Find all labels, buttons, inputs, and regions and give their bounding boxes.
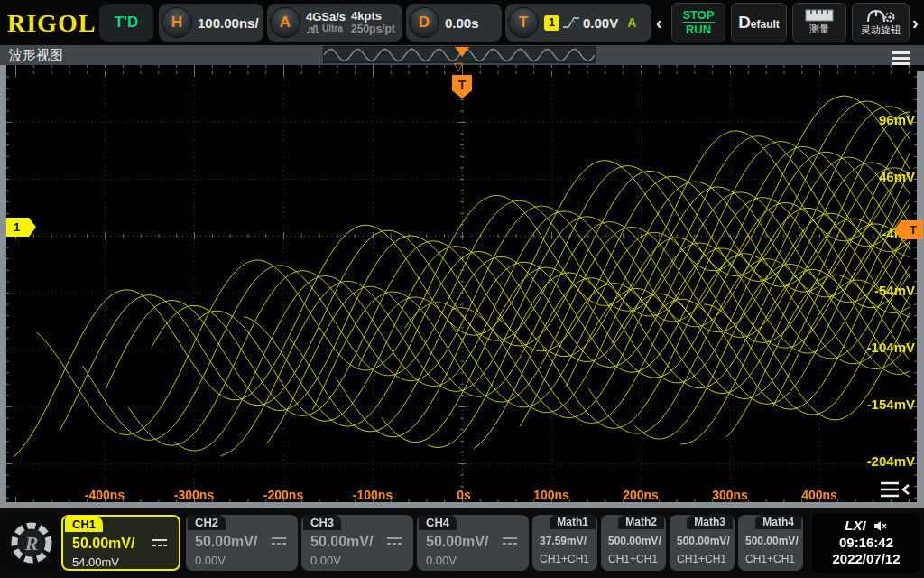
channel-card-ch1[interactable]: CH1 50.00mV/ 54.00mV <box>61 515 180 571</box>
memory-depth: 4kpts <box>351 10 395 23</box>
knob-button[interactable]: 灵动旋钮 <box>852 3 910 42</box>
rigol-gear-icon: R <box>8 519 55 566</box>
math-card-math2[interactable]: Math2 500.00mV/ CH1+CH1 <box>601 515 666 571</box>
ch1-scale: 50.00mV/ <box>72 536 134 552</box>
acquisition-pill[interactable]: A 4GSa/s Ultra 4kpts 250ps/pt <box>267 4 402 42</box>
dc-coupling-icon <box>502 536 518 545</box>
measure-button[interactable]: 测量 <box>792 3 846 42</box>
rising-edge-icon <box>561 14 581 31</box>
ch2-tab[interactable]: CH2 <box>188 515 226 530</box>
measure-label: 测量 <box>809 23 829 36</box>
stop-run-button[interactable]: STOP RUN <box>671 3 725 42</box>
waveform-display-area[interactable] <box>6 71 917 502</box>
t-label: 0s <box>432 488 495 502</box>
default-button[interactable]: Default <box>731 3 787 42</box>
rigol-logo: RIGOL <box>7 9 96 38</box>
math4-scale: 500.00mV/ <box>745 535 799 547</box>
dc-coupling-icon <box>271 536 287 545</box>
acquire-knob-icon[interactable]: A <box>270 7 300 38</box>
t-label: -400ns <box>73 488 136 502</box>
v-label: -54mV <box>843 283 915 298</box>
frame-left <box>0 65 6 508</box>
t-label: -300ns <box>162 488 226 502</box>
ch2-scale: 50.00mV/ <box>195 534 257 550</box>
math1-expression: CH1+CH1 <box>540 553 589 565</box>
horizontal-knob-icon[interactable]: H <box>162 7 192 38</box>
frame-right <box>917 71 924 508</box>
t-label: 400ns <box>788 488 851 502</box>
svg-text:R: R <box>24 532 39 555</box>
sound-muted-icon[interactable] <box>873 520 888 532</box>
horizontal-scale-value: 100.00ns/ <box>198 15 259 31</box>
trigger-pill[interactable]: T 1 0.00V A <box>505 4 651 42</box>
system-date: 2022/07/12 <box>812 551 920 566</box>
math1-scale: 37.59mV/ <box>540 535 587 547</box>
view-title: 波形视图 <box>9 47 63 64</box>
system-time: 09:16:42 <box>812 535 920 550</box>
ch1-tab[interactable]: CH1 <box>65 517 103 532</box>
t-label: 200ns <box>609 488 672 502</box>
math3-expression: CH1+CH1 <box>677 553 726 565</box>
ch4-scale: 50.00mV/ <box>426 534 488 550</box>
knob-gear-icon <box>865 8 896 23</box>
waveform-canvas <box>6 71 917 502</box>
math2-scale: 500.00mV/ <box>608 535 661 547</box>
acquire-mode: Ultra <box>322 23 343 34</box>
ch3-scale: 50.00mV/ <box>310 534 373 550</box>
v-label: -204mV <box>843 453 915 469</box>
horizontal-scale-pill[interactable]: H 100.00ns/ <box>159 4 263 42</box>
v-label: 96mV <box>843 112 915 127</box>
ch4-offset: 0.00V <box>426 554 457 567</box>
menu-hamburger-icon[interactable] <box>892 51 910 65</box>
math4-tab[interactable]: Math4 <box>755 515 801 529</box>
v-label: -104mV <box>843 340 915 355</box>
collapse-menu-icon[interactable] <box>879 480 911 499</box>
channel-card-ch3[interactable]: CH3 50.00mV/ 0.00V <box>301 515 413 571</box>
channel-card-ch2[interactable]: CH2 50.00mV/ 0.00V <box>186 515 298 571</box>
delay-pill[interactable]: D 0.00s <box>406 4 502 42</box>
ch3-offset: 0.00V <box>310 554 341 567</box>
stop-label: STOP <box>682 8 714 22</box>
math3-scale: 500.00mV/ <box>677 535 730 547</box>
bottom-status-bar: R CH1 50.00mV/ 54.00mV CH2 50.00mV/ 0.00… <box>0 508 924 578</box>
ruler-icon <box>805 9 834 22</box>
ultra-mode-icon <box>306 24 320 33</box>
v-label: 46mV <box>843 169 915 184</box>
lxi-label: LXI <box>845 517 865 533</box>
ch3-tab[interactable]: CH3 <box>303 515 341 530</box>
toolbar-scroll-left[interactable]: ‹ <box>656 13 662 33</box>
v-label: -154mV <box>843 396 915 412</box>
trigger-knob-icon[interactable]: T <box>508 7 539 38</box>
delay-value: 0.00s <box>445 15 479 31</box>
math3-tab[interactable]: Math3 <box>687 515 733 529</box>
system-menu-button[interactable]: R <box>5 513 59 573</box>
math4-expression: CH1+CH1 <box>745 553 795 565</box>
ch4-tab[interactable]: CH4 <box>419 515 457 530</box>
top-status-bar: RIGOL T'D H 100.00ns/ A 4GSa/s Ultra 4kp… <box>0 0 924 45</box>
trigger-position-triangle-icon[interactable] <box>455 47 469 57</box>
sample-resolution: 250ps/pt <box>351 23 395 35</box>
knob-label: 灵动旋钮 <box>861 23 901 37</box>
trigger-status-badge[interactable]: T'D <box>99 4 153 42</box>
system-status-tile[interactable]: LXI 09:16:42 2022/07/12 <box>812 513 920 573</box>
math2-tab[interactable]: Math2 <box>618 515 664 529</box>
run-label: RUN <box>682 22 714 36</box>
math-card-math4[interactable]: Math4 500.00mV/ CH1+CH1 <box>738 515 803 571</box>
delay-knob-icon[interactable]: D <box>409 7 439 38</box>
sample-rate: 4GSa/s <box>306 11 346 23</box>
channel-card-ch4[interactable]: CH4 50.00mV/ 0.00V <box>417 515 529 571</box>
trigger-hollow-triangle-icon: ▽ <box>454 60 463 73</box>
math1-tab[interactable]: Math1 <box>550 515 596 529</box>
t-label: 100ns <box>520 488 583 502</box>
math-card-math1[interactable]: Math1 37.59mV/ CH1+CH1 <box>532 515 597 571</box>
trigger-sweep-mode: A <box>627 15 636 30</box>
default-label-cap: D <box>738 13 751 32</box>
math-card-math3[interactable]: Math3 500.00mV/ CH1+CH1 <box>670 515 735 571</box>
oscilloscope-screen: RIGOL T'D H 100.00ns/ A 4GSa/s Ultra 4kp… <box>0 0 924 578</box>
trigger-source-badge: 1 <box>544 15 559 31</box>
ch1-offset: 54.00mV <box>72 555 119 569</box>
t-label: -100ns <box>341 488 404 502</box>
trigger-level-value: 0.00V <box>583 15 618 31</box>
default-label-rest: efault <box>751 18 780 31</box>
toolbar-scroll-right[interactable]: › <box>912 13 919 33</box>
